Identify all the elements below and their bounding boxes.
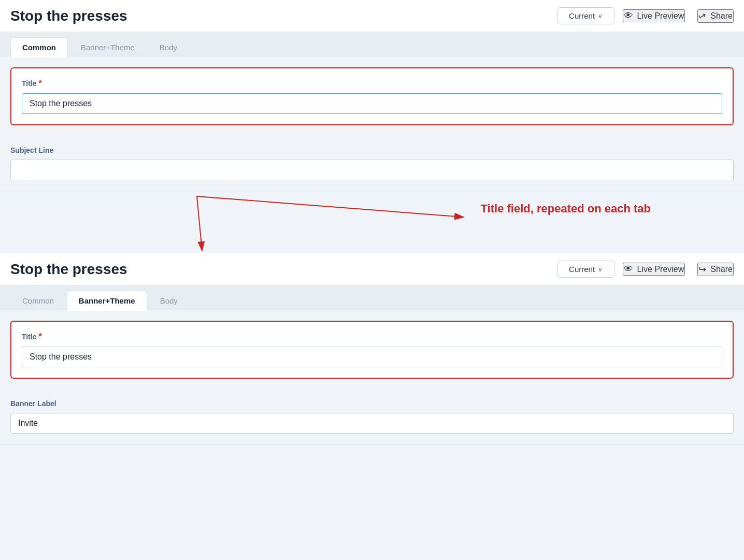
page-wrapper: Stop the presses Current ∨ 👁 Live Previe… <box>0 0 744 444</box>
bottom-chevron-icon: ∨ <box>598 266 603 273</box>
top-subject-line-label: Subject Line <box>10 146 734 154</box>
top-panel: Stop the presses Current ∨ 👁 Live Previe… <box>0 0 744 191</box>
bottom-tab-body[interactable]: Body <box>148 291 190 310</box>
top-tab-body[interactable]: Body <box>148 37 189 57</box>
top-title-card: Title * <box>10 67 734 125</box>
annotation-arrow-svg <box>0 191 744 253</box>
top-share-label: Share <box>710 11 733 21</box>
top-title-required-star: * <box>39 79 42 88</box>
top-form-inner: Title * <box>0 57 744 146</box>
bottom-form-inner: Title * <box>0 310 744 399</box>
top-version-dropdown[interactable]: Current ∨ <box>557 7 614 24</box>
bottom-eye-icon: 👁 <box>624 264 633 275</box>
annotation-area: Title field, repeated on each tab <box>0 191 744 253</box>
top-eye-icon: 👁 <box>624 10 633 21</box>
bottom-tab-common[interactable]: Common <box>10 291 66 310</box>
bottom-banner-label-section: Banner Label <box>0 399 744 444</box>
bottom-share-arrow-icon: ↪ <box>698 264 706 275</box>
top-share-button[interactable]: ↪ Share <box>697 9 734 23</box>
top-version-label: Current <box>569 11 595 20</box>
svg-line-3 <box>197 196 202 251</box>
top-subject-line-section: Subject Line <box>0 146 744 191</box>
bottom-live-preview-button[interactable]: 👁 Live Preview <box>623 263 685 276</box>
bottom-title-required-star: * <box>39 332 42 341</box>
top-form-content: Title * Subject Line <box>0 57 744 191</box>
top-panel-title: Stop the presses <box>10 8 549 24</box>
top-tab-banner-theme[interactable]: Banner+Theme <box>69 37 147 57</box>
bottom-version-label: Current <box>569 265 595 274</box>
bottom-panel-header: Stop the presses Current ∨ 👁 Live Previe… <box>0 253 744 285</box>
bottom-tab-banner-theme[interactable]: Banner+Theme <box>67 291 147 311</box>
top-panel-header: Stop the presses Current ∨ 👁 Live Previe… <box>0 0 744 32</box>
bottom-title-card: Title * <box>10 321 734 379</box>
bottom-share-label: Share <box>710 265 733 274</box>
annotation-text: Title field, repeated on each tab <box>481 202 651 217</box>
top-tab-common[interactable]: Common <box>10 37 68 58</box>
bottom-version-dropdown[interactable]: Current ∨ <box>557 261 614 278</box>
bottom-header-actions: 👁 Live Preview ↪ Share <box>623 263 734 276</box>
top-live-preview-label: Live Preview <box>637 11 684 21</box>
bottom-title-field-label: Title * <box>22 332 722 341</box>
bottom-panel-title: Stop the presses <box>10 261 549 278</box>
bottom-panel: Stop the presses Current ∨ 👁 Live Previe… <box>0 253 744 444</box>
bottom-banner-label-label: Banner Label <box>10 399 734 408</box>
bottom-form-content: Title * Banner Label <box>0 310 744 444</box>
top-subject-line-input[interactable] <box>10 160 734 180</box>
bottom-tabs-bar: Common Banner+Theme Body <box>0 285 744 310</box>
top-title-input[interactable] <box>22 93 722 114</box>
top-chevron-icon: ∨ <box>598 12 603 20</box>
top-share-arrow-icon: ↪ <box>696 9 709 23</box>
bottom-share-button[interactable]: ↪ Share <box>697 263 734 276</box>
bottom-banner-label-input[interactable] <box>10 413 734 434</box>
top-tabs-bar: Common Banner+Theme Body <box>0 32 744 57</box>
top-header-actions: 👁 Live Preview ↪ Share <box>623 9 734 23</box>
top-title-field-label: Title * <box>22 79 722 88</box>
top-live-preview-button[interactable]: 👁 Live Preview <box>623 9 685 22</box>
bottom-title-input[interactable] <box>22 347 722 367</box>
svg-line-2 <box>197 196 464 217</box>
bottom-live-preview-label: Live Preview <box>637 265 684 274</box>
